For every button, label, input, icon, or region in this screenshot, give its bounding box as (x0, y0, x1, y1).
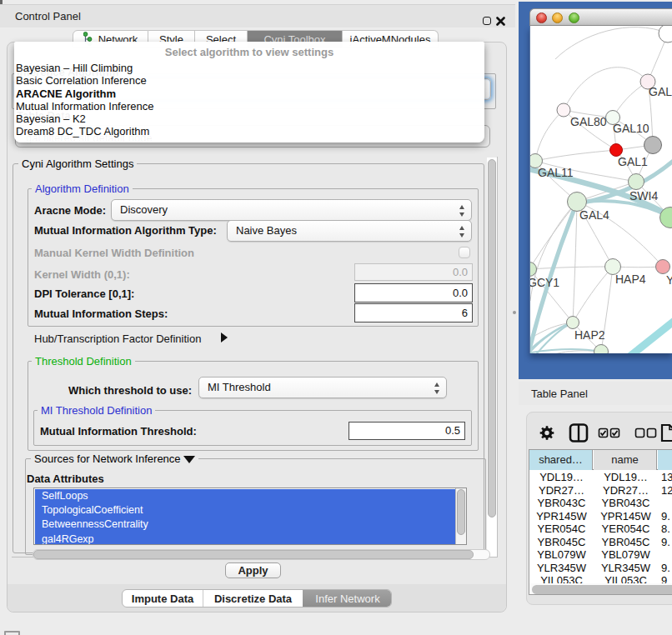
svg-text:HAP4: HAP4 (615, 272, 646, 286)
svg-text:HAP2: HAP2 (574, 328, 605, 342)
svg-text:GAL4: GAL4 (579, 208, 609, 222)
svg-text:GCY1: GCY1 (530, 276, 559, 289)
svg-text:GAL11: GAL11 (538, 166, 574, 179)
svg-text:GAL7: GAL7 (649, 85, 672, 98)
svg-text:GAL10: GAL10 (613, 122, 649, 135)
svg-text:YM: YM (666, 273, 672, 287)
svg-text:GAL1: GAL1 (618, 155, 648, 168)
svg-text:GAL80: GAL80 (570, 115, 607, 128)
svg-text:SWI4: SWI4 (629, 189, 658, 202)
